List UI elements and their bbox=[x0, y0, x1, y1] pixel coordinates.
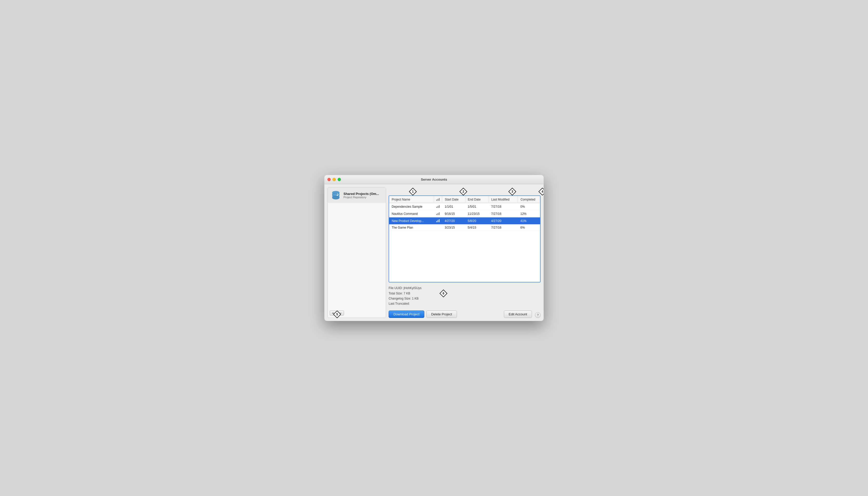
end-date-cell: 5/4/15 bbox=[465, 224, 488, 231]
completed-cell: 41% bbox=[518, 217, 540, 224]
start-date-cell: 3/23/15 bbox=[442, 224, 465, 231]
stats-cell bbox=[434, 217, 442, 224]
modified-cell: 7/27/16 bbox=[488, 224, 518, 231]
changelog-value: 1 KB bbox=[412, 297, 418, 300]
empty-row bbox=[389, 231, 540, 282]
uuid-label: File UUID: bbox=[389, 286, 403, 290]
projects-table-container: Project Name bbox=[389, 196, 541, 282]
account-type: Project Repository bbox=[343, 196, 379, 199]
sidebar: Shared Projects (Om... Project Repositor… bbox=[327, 187, 386, 318]
database-icon bbox=[331, 190, 341, 200]
project-name-cell: New Product Develop... bbox=[389, 217, 434, 224]
project-name-cell: The Game Plan bbox=[389, 224, 434, 231]
annotation-5: 5 bbox=[333, 310, 341, 318]
modified-cell: 7/27/16 bbox=[488, 203, 518, 210]
svg-point-2 bbox=[332, 196, 339, 199]
truncated-label: Last Truncated: bbox=[389, 302, 410, 306]
stats-cell bbox=[434, 203, 442, 210]
completed-cell: 6% bbox=[518, 224, 540, 231]
close-button[interactable] bbox=[327, 178, 331, 181]
annotation-2: 2 bbox=[460, 188, 467, 196]
maximize-button[interactable] bbox=[338, 178, 341, 181]
project-name-cell: Dependencies Sample bbox=[389, 203, 434, 210]
start-date-cell: 9/16/15 bbox=[442, 210, 465, 217]
table-row[interactable]: New Product Develop... 4/27/20 5/ bbox=[389, 217, 540, 224]
start-date-cell: 1/1/01 bbox=[442, 203, 465, 210]
end-date-cell: 5/8/20 bbox=[465, 217, 488, 224]
sidebar-account-item[interactable]: Shared Projects (Om... Project Repositor… bbox=[328, 187, 386, 203]
account-name: Shared Projects (Om... bbox=[343, 192, 379, 196]
right-panel: 1 2 3 4 bbox=[389, 187, 541, 318]
sidebar-footer: + − 5 bbox=[328, 309, 386, 317]
table-header-row: Project Name bbox=[389, 196, 540, 203]
annotation-4: 4 bbox=[539, 188, 544, 196]
info-area: File UUID: jHohKylSUys Total Size: 7 KB … bbox=[389, 284, 541, 308]
delete-project-button[interactable]: Delete Project bbox=[427, 310, 457, 318]
content-area: Shared Projects (Om... Project Repositor… bbox=[324, 184, 544, 321]
col-header-end: End Date bbox=[465, 196, 488, 203]
stats-cell bbox=[434, 210, 442, 217]
col-header-start: Start Date bbox=[442, 196, 465, 203]
col-header-name: Project Name bbox=[389, 196, 434, 203]
help-button[interactable]: ? bbox=[535, 312, 541, 318]
window-title: Server Accounts bbox=[421, 177, 447, 182]
end-date-cell: 11/23/15 bbox=[465, 210, 488, 217]
right-buttons: Edit Account ? bbox=[504, 310, 541, 318]
buttons-row: Download Project Delete Project Edit Acc… bbox=[389, 310, 541, 318]
download-project-button[interactable]: Download Project bbox=[389, 310, 424, 318]
minimize-button[interactable] bbox=[333, 178, 336, 181]
modified-cell: 4/27/20 bbox=[488, 217, 518, 224]
col-header-stats bbox=[434, 196, 442, 203]
col-header-completed: Completed bbox=[518, 196, 540, 203]
file-info: File UUID: jHohKylSUys Total Size: 7 KB … bbox=[389, 284, 541, 308]
total-size-label: Total Size: bbox=[389, 292, 403, 295]
traffic-lights bbox=[327, 178, 341, 181]
annotation-6: 6 bbox=[439, 290, 447, 297]
edit-account-button[interactable]: Edit Account bbox=[504, 310, 532, 318]
stats-cell bbox=[434, 224, 442, 231]
table-body: Dependencies Sample 1/1/01 1/5/01 bbox=[389, 203, 540, 282]
modified-cell: 7/27/16 bbox=[488, 210, 518, 217]
table-row[interactable]: The Game Plan 3/23/15 5/4/15 7/27/16 6% bbox=[389, 224, 540, 231]
start-date-cell: 4/27/20 bbox=[442, 217, 465, 224]
col-header-modified: Last Modified bbox=[488, 196, 518, 203]
total-size-value: 7 KB bbox=[404, 292, 410, 295]
end-date-cell: 1/5/01 bbox=[465, 203, 488, 210]
table-row[interactable]: Nautilus Command 9/16/15 11/23/15 bbox=[389, 210, 540, 217]
completed-cell: 12% bbox=[518, 210, 540, 217]
table-wrapper: 1 2 3 4 bbox=[389, 196, 541, 282]
completed-cell: 0% bbox=[518, 203, 540, 210]
account-info: Shared Projects (Om... Project Repositor… bbox=[343, 192, 379, 199]
projects-table: Project Name bbox=[389, 196, 540, 282]
left-buttons: Download Project Delete Project bbox=[389, 310, 457, 318]
changelog-label: Changelog Size: bbox=[389, 297, 411, 300]
annotation-3: 3 bbox=[509, 188, 516, 196]
uuid-value: jHohKylSUys bbox=[404, 286, 421, 290]
table-row[interactable]: Dependencies Sample 1/1/01 1/5/01 bbox=[389, 203, 540, 210]
main-window: Server Accounts bbox=[324, 175, 544, 321]
titlebar: Server Accounts bbox=[324, 175, 544, 184]
project-name-cell: Nautilus Command bbox=[389, 210, 434, 217]
annotation-1: 1 bbox=[409, 188, 417, 196]
